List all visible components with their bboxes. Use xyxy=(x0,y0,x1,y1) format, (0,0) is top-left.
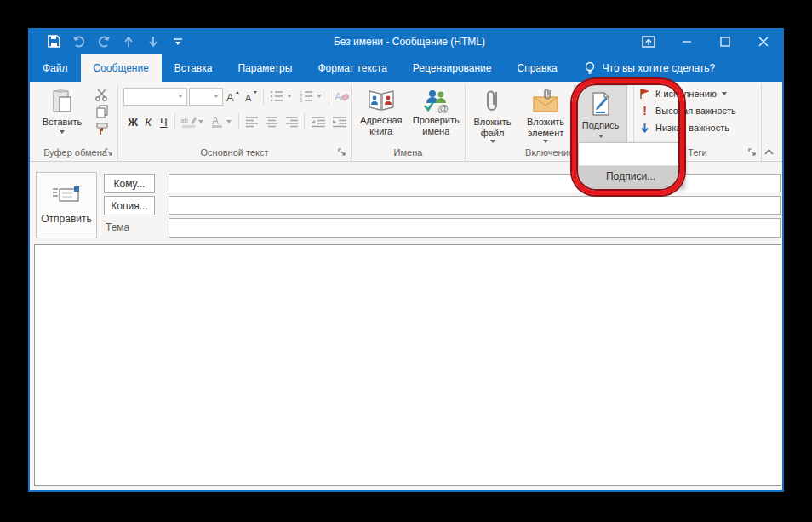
check-names-label: Проверить имена xyxy=(409,115,464,137)
follow-up-label: К исполнению xyxy=(655,89,717,99)
names-group-label: Имена xyxy=(352,146,465,161)
down-arrow-icon xyxy=(639,123,650,134)
signature-caret xyxy=(598,135,603,138)
decrease-indent-icon[interactable] xyxy=(308,117,329,128)
tab-message[interactable]: Сообщение xyxy=(81,54,162,82)
svg-text:А: А xyxy=(335,90,342,103)
svg-text:А: А xyxy=(212,115,219,127)
font-dialog-launcher-icon[interactable] xyxy=(338,148,348,158)
bold-button[interactable]: Ж xyxy=(125,116,140,129)
outlook-message-window: Без имени - Сообщение (HTML) Файл Сообще xyxy=(28,28,784,492)
signatures-menu-item[interactable]: Подписи... xyxy=(579,166,683,186)
group-names: Адресная книга @ Проверить имена Имена xyxy=(352,83,466,161)
minimize-icon[interactable] xyxy=(667,28,706,54)
group-clipboard: Вставить Буфер xyxy=(33,83,118,161)
svg-text:ab: ab xyxy=(180,117,188,124)
ribbon-display-options-icon[interactable] xyxy=(629,28,667,54)
check-names-button[interactable]: @ Проверить имена xyxy=(409,85,464,146)
tab-insert[interactable]: Вставка xyxy=(162,54,226,82)
clear-formatting-icon[interactable]: А xyxy=(333,89,351,103)
window-title: Без имени - Сообщение (HTML) xyxy=(190,36,629,48)
ribbon-tab-row: Файл Сообщение Вставка Параметры Формат … xyxy=(30,54,782,82)
send-button[interactable]: Отправить xyxy=(36,172,97,238)
screenshot-background: Без имени - Сообщение (HTML) Файл Сообще xyxy=(0,0,812,522)
signatures-menu-item-prefix: П xyxy=(606,170,614,182)
tags-dialog-launcher-icon[interactable] xyxy=(748,148,758,158)
paste-icon xyxy=(49,88,75,115)
attach-file-label: Вложить файл xyxy=(467,117,518,139)
signature-gallery-empty-area xyxy=(579,143,683,166)
follow-up-button[interactable]: К исполнению xyxy=(639,87,736,100)
tab-file[interactable]: Файл xyxy=(30,54,81,82)
collapse-ribbon-icon[interactable] xyxy=(763,147,775,158)
attach-item-caret xyxy=(543,140,548,143)
high-importance-button[interactable]: ! Высокая важность xyxy=(639,104,736,118)
low-importance-label: Низкая важность xyxy=(655,123,729,133)
check-names-icon: @ xyxy=(421,88,450,113)
attach-file-caret xyxy=(490,140,495,143)
paste-button[interactable]: Вставить xyxy=(35,85,89,146)
lightbulb-icon xyxy=(584,61,596,75)
attach-file-button[interactable]: Вложить файл xyxy=(467,85,518,146)
signatures-menu-item-suffix: дписи... xyxy=(619,170,655,182)
move-up-icon[interactable] xyxy=(116,31,140,53)
grow-font-icon[interactable]: А xyxy=(223,89,241,103)
tab-format-text[interactable]: Формат текста xyxy=(305,54,399,82)
save-icon[interactable] xyxy=(42,31,66,53)
clipboard-dialog-launcher-icon[interactable] xyxy=(105,148,115,158)
signature-label: Подпись xyxy=(582,120,620,131)
increase-indent-icon[interactable] xyxy=(329,117,351,128)
format-painter-icon[interactable] xyxy=(94,122,109,135)
signatures-menu-item-accel: о xyxy=(614,170,620,182)
text-highlight-icon[interactable]: ab xyxy=(179,115,198,129)
signature-icon xyxy=(587,91,615,118)
to-button[interactable]: Кому... xyxy=(104,174,155,193)
tell-me-label: Что вы хотите сделать? xyxy=(603,62,716,74)
attach-item-button[interactable]: Вложить элемент xyxy=(518,85,574,146)
tab-review[interactable]: Рецензирование xyxy=(400,54,505,82)
exclamation-icon: ! xyxy=(639,104,650,118)
signature-dropdown-menu: Подписи... xyxy=(578,142,683,187)
address-book-button[interactable]: Адресная книга xyxy=(353,85,409,146)
move-down-icon[interactable] xyxy=(140,31,165,53)
numbering-icon[interactable]: 123 xyxy=(297,90,317,102)
to-input[interactable] xyxy=(169,174,781,192)
underline-button[interactable]: Ч xyxy=(156,116,171,129)
copy-icon[interactable] xyxy=(94,105,109,118)
close-icon[interactable] xyxy=(744,28,782,54)
subject-input[interactable] xyxy=(169,218,781,238)
address-book-label: Адресная книга xyxy=(353,115,409,137)
align-left-icon[interactable] xyxy=(243,117,262,128)
maximize-icon[interactable] xyxy=(706,28,744,54)
high-importance-label: Высокая важность xyxy=(655,106,736,116)
align-right-icon[interactable] xyxy=(282,117,301,128)
font-name-combobox[interactable] xyxy=(123,88,187,106)
tell-me-box[interactable]: Что вы хотите сделать? xyxy=(584,54,716,82)
shrink-font-icon[interactable]: А xyxy=(241,89,259,103)
message-body-editor[interactable] xyxy=(34,244,781,486)
low-importance-button[interactable]: Низкая важность xyxy=(639,121,736,135)
tab-help[interactable]: Справка xyxy=(505,54,570,82)
cc-input[interactable] xyxy=(169,196,781,215)
follow-up-caret xyxy=(722,92,727,95)
align-center-icon[interactable] xyxy=(262,117,282,128)
redo-icon[interactable] xyxy=(91,31,116,53)
bullets-icon[interactable] xyxy=(267,90,287,102)
tab-options[interactable]: Параметры xyxy=(225,54,305,82)
quick-access-toolbar xyxy=(42,31,190,53)
undo-icon[interactable] xyxy=(66,31,91,53)
title-bar: Без имени - Сообщение (HTML) xyxy=(30,28,782,54)
font-color-icon[interactable]: А xyxy=(207,115,226,129)
attach-item-label: Вложить элемент xyxy=(518,117,574,139)
attach-item-envelope-icon xyxy=(531,88,560,115)
cc-button[interactable]: Копия... xyxy=(104,196,155,215)
signature-button[interactable]: Подпись xyxy=(574,85,627,146)
font-size-combobox[interactable] xyxy=(189,88,223,106)
group-font: А А 123 xyxy=(118,83,352,161)
cut-icon[interactable] xyxy=(94,89,109,101)
svg-text:3: 3 xyxy=(300,98,302,102)
send-label: Отправить xyxy=(41,213,92,225)
font-group-label: Основной текст xyxy=(118,146,351,161)
customize-quick-access-icon[interactable] xyxy=(165,31,190,53)
italic-button[interactable]: К xyxy=(140,116,156,129)
